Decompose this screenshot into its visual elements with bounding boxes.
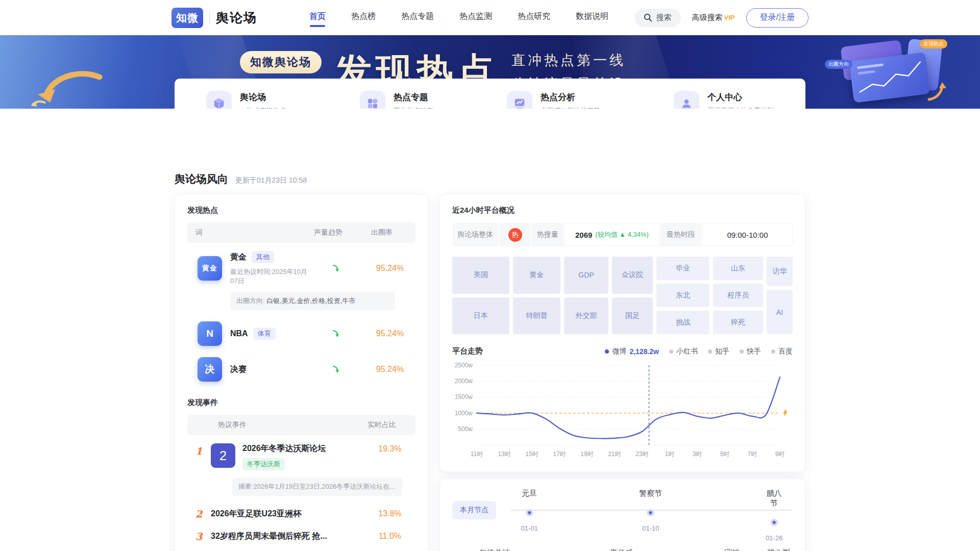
event-name: 2026年冬季达沃斯论坛 [242,443,364,454]
logo-divider [209,11,210,25]
word-cloud-tile[interactable]: 山东 [713,257,763,280]
legend-dot [708,349,712,354]
legend-dot [740,349,744,354]
calendar-card: 本月节点 元旦 01-01 警察节 01-10 [439,478,805,551]
hot-event-row[interactable]: 1 2 2026年冬季达沃斯论坛 冬季达沃斯 19.3% 摘要:2026年1月1… [187,435,415,496]
legend-label: 小红书 [676,347,698,356]
hero-slogan-1: 直冲热点第一线 [511,51,626,69]
nav-item-monitoring[interactable]: 热点监测 [458,8,493,27]
hot-word-row[interactable]: 黄金 黄金 其他 最近热议时间:2025年10月07日 [187,243,415,313]
trend-title: 平台走势 [452,346,483,356]
event-rank: 2 [195,508,211,519]
word-cloud-column: 众议院国足 [612,257,653,334]
svg-text:5时: 5时 [720,450,730,458]
month-timeline: 元旦 01-01 警察节 01-10 腊八节 01-26 [510,489,793,536]
legend-baidu[interactable]: 百度 [771,347,793,356]
feature-desc: 一站式查询热点 [240,106,286,109]
legend-label: 微博 [612,347,626,356]
marketing-keyword: 腊八粥 [767,548,790,551]
hot-word-row[interactable]: N NBA 体育 95.24% [187,313,415,349]
nav-item-research[interactable]: 热点研究 [517,8,551,27]
svg-text:2500w: 2500w [455,362,473,369]
word-cloud-tile[interactable]: 毕业 [656,257,709,280]
timeline-node: 元旦 01-01 [521,489,537,532]
word-cloud-tile[interactable]: AI [767,290,793,334]
word-cloud-tile[interactable]: 外交部 [564,297,608,335]
hero-banner: 知微舆论场 全新上线 发现热点 直冲热点第一线 稳站流量最前沿 出圈方向 发现热… [0,35,980,109]
word-cloud-tile[interactable]: 特朗普 [513,297,560,335]
feature-title: 热点专题 [394,91,433,103]
svg-text:9时: 9时 [775,450,785,458]
top-nav: 知微 舆论场 首页 热点榜 热点专题 热点监测 热点研究 数据说明 搜索 高级搜… [0,0,980,35]
word-cloud-tile[interactable]: 程序员 [713,284,763,307]
svg-text:1500w: 1500w [455,393,473,400]
directions-value: 白银,美元,金价,价格,投资,牛市 [265,297,356,305]
word-cloud-tile[interactable]: GDP [564,257,608,294]
word-cloud-tile[interactable]: 日本 [452,297,509,335]
svg-text:17时: 17时 [553,450,566,458]
event-rank: 3 [195,531,211,542]
nav-item-hot-topics[interactable]: 热点专题 [400,8,435,27]
legend-label: 知乎 [715,347,729,356]
platform-overview-card: 近24小时平台概况 舆论场整体 热 热搜量 2069 (较均值 ▲ 4.34%)… [439,194,805,472]
search-button[interactable]: 搜索 [634,9,681,27]
feature-personal-center[interactable]: 个人中心 高活跃用户的免费福利 [674,91,774,109]
word-cloud-tile[interactable]: 黄金 [513,257,560,294]
brand-logo[interactable]: 知微 舆论场 [172,8,257,28]
word-cloud-tile[interactable]: 众议院 [612,257,653,294]
word-cloud-tile[interactable]: 美国 [452,257,509,294]
word-cloud-tile[interactable]: 东北 [656,284,709,307]
feature-hot-topics[interactable]: 热点专题 聚焦热点动态 [360,91,433,109]
word-tile: 决 [198,357,222,382]
marketing-keyword: 守护 [724,548,740,551]
login-register-button[interactable]: 登录/注册 [746,8,808,28]
grid-icon [360,91,385,109]
hot-event-row[interactable]: 3 32岁程序员周末晕倒后猝死 抢... 11.0% [187,519,415,542]
month-nodes-label: 本月节点 [452,501,496,519]
event-share: 11.0% [364,532,415,541]
logo-suffix: 舆论场 [216,9,257,26]
word-tile: 黄金 [198,256,222,281]
legend-weibo[interactable]: 微博 2,128.2w [605,347,659,356]
feature-title: 热点分析 [541,91,600,103]
updated-timestamp: 更新于01月23日 10:58 [235,176,307,185]
search-icon [644,13,652,22]
marketing-keyword: 年终总结 [479,548,510,551]
word-name: NBA [230,329,248,338]
platform-stats-bar: 舆论场整体 热 热搜量 2069 (较均值 ▲ 4.34%) 最热时段 09:0… [452,223,793,246]
legend-xiaohongshu[interactable]: 小红书 [669,347,698,356]
col-word: 词 [195,228,300,237]
platform-title: 近24小时平台概况 [452,206,793,215]
nav-item-home[interactable]: 首页 [308,8,327,27]
svg-text:500w: 500w [458,425,473,433]
word-recent-time: 最近热议时间:2025年10月07日 [230,267,308,286]
word-cloud: 美国日本黄金特朗普GDP外交部众议院国足毕业东北挑战山东程序员猝死访华AI [452,257,793,334]
avg-line-marker-icon [783,410,788,417]
advanced-search-link[interactable]: 高级搜索VIP [692,13,735,22]
hot-event-row[interactable]: 2 2026年亚足联U23亚洲杯 13.8% [187,496,415,519]
node-date: 01-01 [521,524,537,532]
logo-mark: 知微 [172,8,203,28]
word-cloud-tile[interactable]: 挑战 [656,311,709,334]
user-icon [674,91,699,109]
word-name: 黄金 [230,252,247,263]
legend-label: 百度 [778,347,793,356]
feature-yulunchang[interactable]: 舆论场 一站式查询热点 [206,91,286,109]
svg-text:1000w: 1000w [455,410,473,417]
nav-item-data-docs[interactable]: 数据说明 [575,8,609,27]
node-name: 腊八节 [765,489,783,508]
nav-item-hot-list[interactable]: 热点榜 [350,8,377,27]
word-cloud-tile[interactable]: 国足 [612,297,653,335]
col-event: 热议事件 [195,420,356,430]
legend-kuaishou[interactable]: 快手 [740,347,761,356]
word-cloud-column: GDP外交部 [564,257,608,334]
feature-card: 舆论场 一站式查询热点 热点专题 聚焦热点动态 [175,79,805,109]
timeline-node: 警察节 01-10 [639,489,662,532]
hot-word-row[interactable]: 决 决赛 95.24% [187,349,415,385]
word-cloud-tile[interactable]: 访华 [767,257,793,286]
legend-zhihu[interactable]: 知乎 [708,347,729,356]
feature-title: 个人中心 [707,91,774,103]
svg-text:7时: 7时 [748,450,757,458]
word-cloud-tile[interactable]: 猝死 [713,311,763,334]
feature-hot-analysis[interactable]: 热点分析 全面感知舆论场态势 [507,91,600,109]
